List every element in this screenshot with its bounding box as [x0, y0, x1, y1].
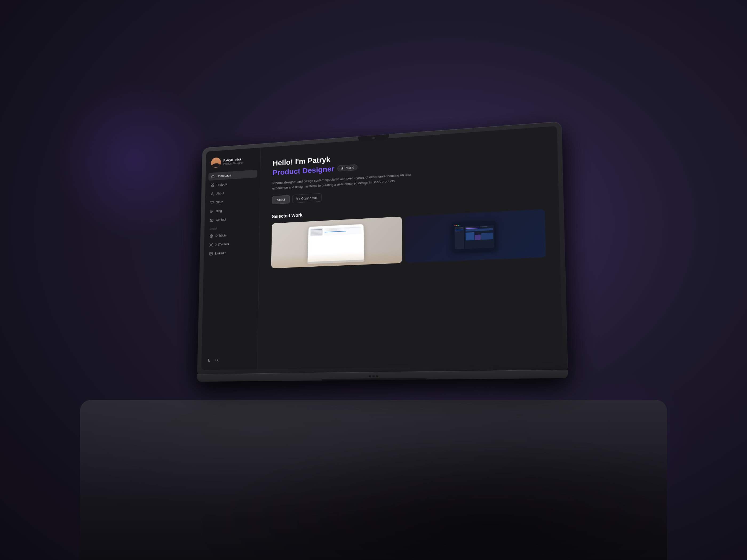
sidebar: Patryk Ilnicki Product Designer Homepage [201, 148, 261, 370]
bg-glow-left [53, 80, 213, 240]
theme-toggle[interactable] [207, 357, 211, 363]
copy-email-button[interactable]: Copy email [292, 193, 321, 203]
svg-point-5 [211, 204, 212, 204]
twitter-label: X (Twitter) [215, 242, 229, 246]
dribbble-label: Dribbble [215, 234, 227, 238]
sidebar-bottom [204, 355, 255, 365]
work-grid [271, 209, 546, 268]
laptop-lid: Patryk Ilnicki Product Designer Homepage [198, 122, 568, 374]
hero-section: Hello! I'm Patryk Product Designer Polan… [272, 140, 544, 204]
copy-email-label: Copy email [301, 196, 317, 201]
about-icon [210, 192, 214, 196]
profile-section: Patryk Ilnicki Product Designer [209, 153, 258, 172]
avatar [211, 157, 221, 168]
contact-icon [210, 218, 214, 222]
projects-label: Projects [216, 183, 227, 187]
x-twitter-icon [209, 243, 213, 247]
store-icon [210, 201, 214, 205]
dribbble-icon [209, 234, 213, 238]
sidebar-item-dribbble[interactable]: Dribbble [207, 230, 256, 240]
main-content: Hello! I'm Patryk Product Designer Polan… [257, 126, 563, 369]
camera-dot [372, 137, 375, 139]
store-label: Store [216, 200, 223, 204]
linkedin-label: LinkedIn [215, 251, 227, 255]
avatar-face [211, 157, 221, 168]
svg-rect-12 [298, 198, 300, 200]
location-icon [341, 167, 343, 170]
port-3 [376, 375, 378, 376]
svg-point-4 [212, 192, 213, 194]
profile-info: Patryk Ilnicki Product Designer [223, 157, 243, 165]
about-button[interactable]: About [272, 195, 290, 204]
blog-icon [210, 209, 214, 213]
svg-rect-2 [211, 186, 212, 187]
svg-rect-7 [210, 219, 213, 221]
pedestal [80, 400, 667, 560]
svg-rect-3 [213, 185, 214, 187]
homepage-label: Homepage [216, 174, 231, 178]
home-icon [211, 175, 214, 179]
copy-icon [297, 197, 300, 200]
svg-point-6 [213, 204, 213, 204]
app-container: Patryk Ilnicki Product Designer Homepage [201, 126, 563, 370]
sidebar-item-contact[interactable]: Contact [207, 214, 257, 224]
contact-label: Contact [216, 218, 226, 221]
selected-work-section: Selected Work [271, 199, 546, 268]
blog-label: Blog [216, 209, 222, 213]
linkedin-icon [209, 252, 213, 256]
port-2 [372, 375, 375, 377]
projects-icon [210, 183, 214, 187]
about-label: About [216, 191, 224, 195]
port-1 [369, 375, 371, 377]
screen-bezel: Patryk Ilnicki Product Designer Homepage [201, 126, 563, 370]
search-button[interactable] [214, 357, 220, 363]
sidebar-item-linkedin[interactable]: LinkedIn [207, 248, 256, 258]
location-badge: Poland [337, 164, 358, 171]
work-card-2[interactable] [405, 209, 546, 263]
svg-rect-1 [213, 184, 214, 185]
sidebar-item-twitter[interactable]: X (Twitter) [207, 239, 256, 249]
svg-rect-0 [211, 184, 212, 185]
laptop: Patryk Ilnicki Product Designer Homepage [197, 122, 568, 382]
work-card-1[interactable] [271, 216, 402, 268]
location-text: Poland [345, 166, 354, 169]
